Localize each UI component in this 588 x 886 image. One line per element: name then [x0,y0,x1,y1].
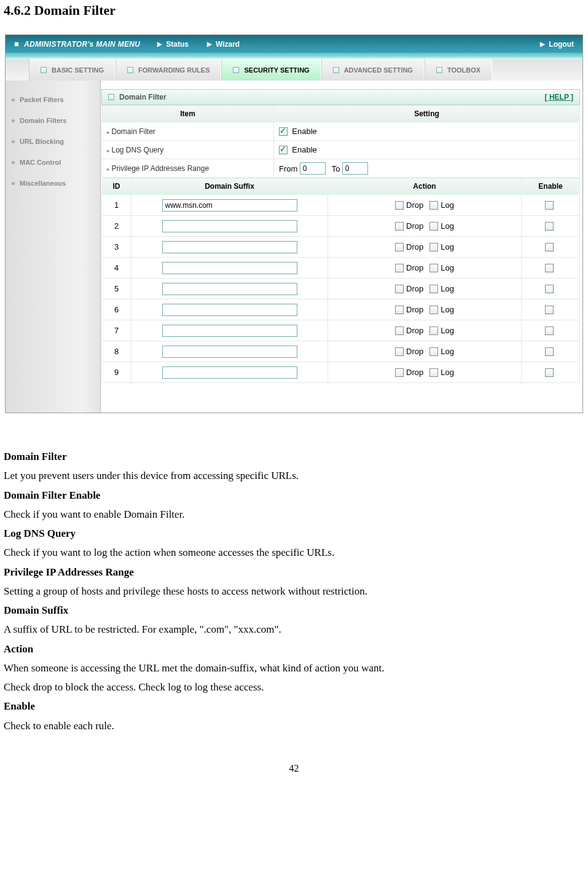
rule-id: 2 [102,216,131,237]
tab-bar: BASIC SETTINGFORWARDING RULESSECURITY SE… [6,59,582,81]
tab-security-setting[interactable]: SECURITY SETTING [221,59,321,81]
domain-suffix-input[interactable] [162,262,297,274]
rule-row: 8DropLog [102,341,580,362]
log-label: Log [441,306,454,315]
log-label: Log [441,347,454,357]
log-checkbox[interactable] [429,264,438,272]
doc-text: Setting a group of hosts and privilege t… [4,585,583,598]
priv-range-from-input[interactable] [300,162,326,175]
drop-label: Drop [406,201,423,210]
drop-checkbox[interactable] [395,264,404,272]
doc-description: Domain FilterLet you prevent users under… [0,413,588,732]
drop-label: Drop [406,222,423,231]
tab-forwarding-rules[interactable]: FORWARDING RULES [116,59,222,81]
sidebar-item-domain-filters[interactable]: Domain Filters [6,110,100,131]
dot-icon [12,140,15,143]
tab-label: BASIC SETTING [52,66,104,74]
row-label-log-dns: Log DNS Query [107,146,163,154]
drop-checkbox[interactable] [395,201,404,210]
log-checkbox[interactable] [429,368,438,377]
log-checkbox[interactable] [429,222,438,231]
domain-suffix-input[interactable] [162,325,297,337]
rule-enable-checkbox[interactable] [545,347,554,356]
nav-wizard[interactable]: Wizard [216,40,240,49]
drop-checkbox[interactable] [395,222,404,231]
doc-term: Log DNS Query [4,527,583,540]
domain-suffix-input[interactable] [162,304,297,316]
dot-icon [12,119,15,122]
rule-row: 7DropLog [102,320,580,341]
drop-checkbox[interactable] [395,306,404,314]
log-dns-enable-checkbox[interactable] [279,146,288,154]
rule-id: 6 [102,299,131,320]
domain-suffix-input[interactable] [162,199,297,212]
priv-range-to-input[interactable] [342,162,368,175]
nav-logout[interactable]: Logout [549,40,574,49]
dot-icon [12,98,15,101]
nav-status[interactable]: Status [166,40,189,49]
log-label: Log [441,326,454,336]
rule-enable-checkbox[interactable] [545,222,554,231]
log-checkbox[interactable] [429,347,438,356]
log-label: Log [441,243,454,252]
doc-term: Domain Suffix [4,604,583,617]
from-label: From [279,164,297,173]
log-label: Log [441,264,454,273]
drop-checkbox[interactable] [395,368,404,377]
col-enable-header: Enable [522,178,580,195]
log-label: Log [441,368,454,378]
tab-basic-setting[interactable]: BASIC SETTING [29,59,116,81]
domain-filter-enable-checkbox[interactable] [279,127,288,136]
sidebar-item-url-blocking[interactable]: URL Blocking [6,131,100,152]
content-panel: Domain Filter [ HELP ] Item Setting Doma… [101,81,582,413]
sidebar-item-packet-filters[interactable]: Packet Filters [6,89,100,110]
tab-toolbox[interactable]: TOOLBOX [425,59,492,81]
log-checkbox[interactable] [429,201,438,210]
tab-label: SECURITY SETTING [244,66,309,74]
rule-enable-checkbox[interactable] [545,243,554,251]
domain-suffix-input[interactable] [162,366,297,379]
col-suffix-header: Domain Suffix [131,178,328,195]
page-number: 42 [0,738,588,780]
log-checkbox[interactable] [429,326,438,335]
sidebar-item-miscellaneous[interactable]: Miscellaneous [6,173,100,194]
rule-row: 4DropLog [102,258,580,279]
tab-bullet-icon [436,67,442,73]
rule-row: 9DropLog [102,362,580,383]
drop-label: Drop [406,264,423,273]
sidebar-item-label: URL Blocking [20,138,64,145]
log-checkbox[interactable] [429,306,438,314]
drop-checkbox[interactable] [395,326,404,335]
rule-enable-checkbox[interactable] [545,285,554,293]
domain-suffix-input[interactable] [162,283,297,295]
sidebar-item-mac-control[interactable]: MAC Control [6,152,100,173]
rule-enable-checkbox[interactable] [545,326,554,335]
main-menu-label[interactable]: ADMINISTRATOR's MAIN MENU [24,40,140,49]
rule-row: 6DropLog [102,299,580,320]
router-admin-screenshot: ADMINISTRATOR's MAIN MENU ▶ Status ▶ Wiz… [5,34,583,413]
panel-title: Domain Filter [119,93,167,101]
doc-text: Let you prevent users under this device … [4,469,583,482]
dot-icon [12,161,15,164]
drop-checkbox[interactable] [395,285,404,293]
rule-id: 8 [102,341,131,362]
tab-advanced-setting[interactable]: ADVANCED SETTING [321,59,425,81]
doc-term: Domain Filter Enable [4,489,583,502]
help-link[interactable]: [ HELP ] [545,93,573,101]
tab-bullet-icon [233,67,239,73]
log-checkbox[interactable] [429,243,438,251]
rule-enable-checkbox[interactable] [545,368,554,377]
tab-label: ADVANCED SETTING [344,66,413,74]
domain-suffix-input[interactable] [162,241,297,253]
drop-checkbox[interactable] [395,243,404,251]
domain-suffix-input[interactable] [162,220,297,232]
log-checkbox[interactable] [429,285,438,293]
rule-id: 9 [102,362,131,383]
rule-row: 1DropLog [102,195,580,216]
rule-enable-checkbox[interactable] [545,264,554,272]
domain-suffix-input[interactable] [162,346,297,358]
rule-enable-checkbox[interactable] [545,306,554,314]
rule-enable-checkbox[interactable] [545,201,554,210]
to-label: To [332,164,340,173]
drop-checkbox[interactable] [395,347,404,356]
